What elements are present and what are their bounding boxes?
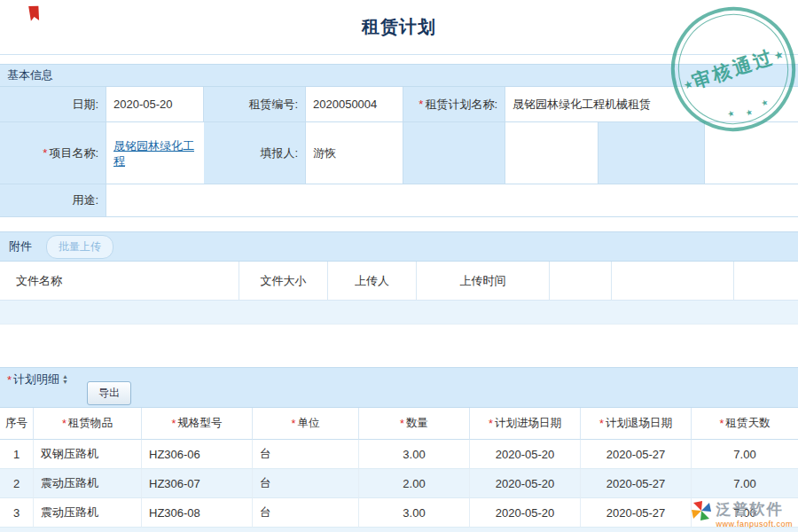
plan-name-value: 晟铭园林绿化工程机械租赁 [505, 87, 798, 122]
sort-icon[interactable]: ▲▼ [62, 374, 68, 385]
basic-info-form: 日期: 2020-05-20 租赁编号: 2020050004 *租赁计划名称:… [0, 87, 798, 217]
table-row: 1 双钢压路机 HZ306-06 台 3.00 2020-05-20 2020-… [0, 440, 798, 469]
cell-seq: 2 [0, 469, 34, 498]
cell-rent-days: 7.00 [692, 469, 798, 498]
plan-name-label: *租赁计划名称: [403, 87, 505, 122]
project-link[interactable]: 晟铭园林绿化工程 [113, 138, 204, 168]
col-seq: 序号 [0, 408, 34, 440]
col-empty [734, 262, 798, 300]
col-rent-days: *租赁天数 [692, 408, 798, 440]
cell-exit-date: 2020-05-27 [581, 498, 692, 528]
cell-qty: 3.00 [359, 440, 470, 469]
bookmark-icon [25, 5, 43, 27]
cell-item: 双钢压路机 [34, 440, 142, 469]
cell-exit-date: 2020-05-27 [581, 440, 692, 469]
header: 租赁计划 [0, 0, 798, 55]
cell-enter-date: 2020-05-20 [470, 440, 581, 469]
attachments-empty-row [0, 301, 798, 325]
reporter-value: 游恢 [306, 122, 403, 184]
page: 租赁计划 基本信息 日期: 2020-05-20 租赁编号: 202005000… [0, 0, 798, 532]
col-qty: *数量 [359, 408, 470, 440]
col-empty [612, 262, 734, 300]
table-row: 2 震动压路机 HZ306-07 台 2.00 2020-05-20 2020-… [0, 469, 798, 498]
cell-item: 震动压路机 [34, 469, 142, 498]
plan-details-section-header: * 计划明细 ▲▼ 导出 [0, 367, 798, 408]
attachments-table-header: 文件名称 文件大小 上传人 上传时间 [0, 262, 798, 301]
col-file-size: 文件大小 [239, 262, 328, 300]
empty-label-cell [403, 122, 505, 184]
rental-no-value: 2020050004 [306, 87, 403, 122]
cell-unit: 台 [253, 440, 359, 469]
col-item: *租赁物品 [34, 408, 142, 440]
project-label: *项目名称: [0, 122, 106, 184]
date-value: 2020-05-20 [106, 87, 204, 122]
plan-details-title: * 计划明细 ▲▼ [7, 372, 68, 387]
cell-rent-days: 7.00 [692, 498, 798, 528]
cell-exit-date: 2020-05-27 [581, 469, 692, 498]
cell-unit: 台 [253, 469, 359, 498]
cell-model: HZ306-07 [142, 469, 253, 498]
date-label: 日期: [0, 87, 106, 122]
clipped-next-row [0, 528, 798, 532]
attachments-section-header: 附件 批量上传 [0, 231, 798, 262]
col-enter-date: *计划进场日期 [470, 408, 581, 440]
page-title: 租赁计划 [0, 0, 798, 53]
cell-qty: 3.00 [359, 498, 470, 528]
col-unit: *单位 [253, 408, 359, 440]
empty-value-cell [505, 122, 598, 184]
empty-value-cell [705, 122, 798, 184]
cell-rent-days: 7.00 [692, 440, 798, 469]
col-model: *规格型号 [142, 408, 253, 440]
plan-details-table-header: 序号 *租赁物品 *规格型号 *单位 *数量 *计划进场日期 *计划退场日期 *… [0, 408, 798, 440]
col-uploader: 上传人 [328, 262, 417, 300]
purpose-label: 用途: [0, 184, 106, 217]
purpose-value [106, 184, 798, 217]
empty-label-cell [598, 122, 705, 184]
cell-enter-date: 2020-05-20 [470, 469, 581, 498]
col-file-name: 文件名称 [0, 262, 239, 300]
col-exit-date: *计划退场日期 [581, 408, 692, 440]
cell-enter-date: 2020-05-20 [470, 498, 581, 528]
attachments-title: 附件 [9, 239, 32, 254]
col-empty [550, 262, 612, 300]
table-row: 3 震动压路机 HZ306-08 台 3.00 2020-05-20 2020-… [0, 498, 798, 528]
project-value: 晟铭园林绿化工程 [106, 122, 204, 184]
cell-qty: 2.00 [359, 469, 470, 498]
export-button[interactable]: 导出 [87, 381, 131, 405]
cell-model: HZ306-06 [142, 440, 253, 469]
plan-details-table-body: 1 双钢压路机 HZ306-06 台 3.00 2020-05-20 2020-… [0, 440, 798, 532]
cell-seq: 3 [0, 498, 34, 528]
cell-model: HZ306-08 [142, 498, 253, 528]
col-upload-time: 上传时间 [417, 262, 550, 300]
cell-unit: 台 [253, 498, 359, 528]
rental-no-label: 租赁编号: [204, 87, 306, 122]
basic-info-section-header: 基本信息 [0, 64, 798, 87]
cell-item: 震动压路机 [34, 498, 142, 528]
batch-upload-button[interactable]: 批量上传 [46, 235, 113, 259]
cell-seq: 1 [0, 440, 34, 469]
reporter-label: 填报人: [204, 122, 306, 184]
